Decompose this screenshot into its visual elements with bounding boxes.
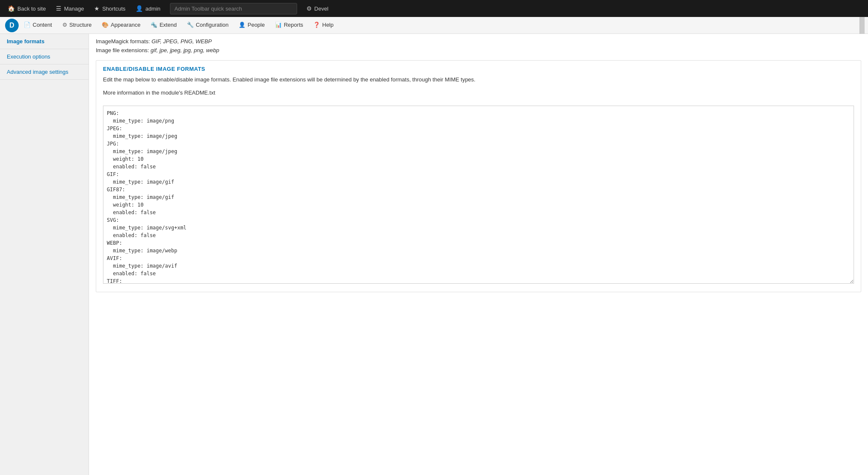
people-icon: 👤 [239,22,245,28]
page-wrapper: Image formats Execution options Advanced… [0,34,868,475]
nav-scrollbar[interactable] [860,17,865,34]
sidebar-item-image-formats[interactable]: Image formats [0,34,89,49]
nav-extend[interactable]: 🔩 Extend [145,17,181,34]
imagemagick-formats-line: ImageMagick formats: GIF, JPEG, PNG, WEB… [96,37,861,46]
currently-enabled-section: ImageMagick formats: GIF, JPEG, PNG, WEB… [96,34,861,60]
help-icon: ❓ [313,22,320,28]
nav-people[interactable]: 👤 People [234,17,270,34]
shortcuts-button[interactable]: ★ Shortcuts [90,3,130,14]
reports-icon: 📊 [275,22,282,28]
admin-toolbar: 🏠 Back to site ☰ Manage ★ Shortcuts 👤 ad… [0,0,868,17]
sidebar-item-advanced-image-settings[interactable]: Advanced image settings [0,64,89,80]
section-title: ENABLE/DISABLE IMAGE FORMATS [103,66,854,72]
extend-icon: 🔩 [150,22,157,28]
main-navigation: D 📄 Content ⚙ Structure 🎨 Appearance 🔩 E… [0,17,868,34]
sidebar: Image formats Execution options Advanced… [0,34,89,475]
search-input[interactable] [170,3,297,14]
section-header: ENABLE/DISABLE IMAGE FORMATS Edit the ma… [96,61,861,106]
nav-content[interactable]: 📄 Content [19,17,57,34]
appearance-icon: 🎨 [102,22,108,28]
home-icon: 🏠 [8,5,15,12]
back-to-site-button[interactable]: 🏠 Back to site [3,3,50,14]
section-description-line1: Edit the map below to enable/disable ima… [103,75,854,84]
nav-structure[interactable]: ⚙ Structure [57,17,97,34]
admin-user-button[interactable]: 👤 admin [131,3,164,14]
content-icon: 📄 [24,22,31,28]
nav-help[interactable]: ❓ Help [308,17,339,34]
main-content: ImageMagick formats: GIF, JPEG, PNG, WEB… [89,34,868,475]
enable-disable-section: ENABLE/DISABLE IMAGE FORMATS Edit the ma… [96,60,861,292]
drupal-logo[interactable]: D [5,19,19,32]
nav-configuration[interactable]: 🔧 Configuration [182,17,234,34]
image-extensions-line: Image file extensions: gif, jpe, jpeg, j… [96,46,861,55]
star-icon: ★ [94,5,100,12]
configuration-icon: 🔧 [187,22,194,28]
gear-icon: ⚙ [306,5,312,12]
nav-reports[interactable]: 📊 Reports [270,17,309,34]
manage-button[interactable]: ☰ Manage [52,3,88,14]
sidebar-item-execution-options[interactable]: Execution options [0,49,89,64]
user-icon: 👤 [136,5,143,12]
menu-icon: ☰ [56,5,61,12]
image-formats-textarea[interactable] [103,106,854,284]
search-container [170,3,297,14]
structure-icon: ⚙ [62,22,67,28]
section-description-line2: More information in the module's README.… [103,89,854,97]
nav-appearance[interactable]: 🎨 Appearance [97,17,145,34]
devel-button[interactable]: ⚙ Devel [302,3,333,14]
